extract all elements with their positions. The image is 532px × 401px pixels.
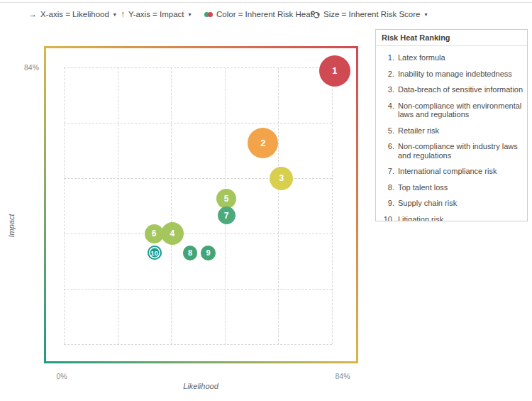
xaxis-dropdown[interactable]: → X-axis = Likelihood ▾	[28, 8, 116, 21]
ranking-item-7[interactable]: 7.International compliance risk	[376, 167, 524, 176]
color-dropdown[interactable]: Color = Inherent Risk Heat ▾	[204, 8, 320, 21]
ranking-item-number: 1.	[376, 53, 394, 62]
ranking-item-number: 2.	[376, 70, 394, 79]
color-dropdown-label: Color = Inherent Risk Heat	[216, 10, 313, 18]
ranking-item-5[interactable]: 5.Retailer risk	[376, 126, 524, 136]
gridline	[278, 67, 279, 344]
bubble-9[interactable]: 9	[201, 246, 216, 260]
gridline	[332, 67, 333, 344]
bubble-1[interactable]: 1	[319, 55, 350, 87]
ranking-item-9[interactable]: 9.Supply chain risk	[376, 199, 524, 208]
x-axis-tick-0: 0%	[51, 372, 72, 380]
ranking-item-label: Retailer risk	[398, 126, 439, 136]
panel-title: Risk Heat Ranking	[376, 30, 527, 46]
ranking-item-label: Non-compliance with environmental laws a…	[398, 101, 524, 119]
size-dropdown[interactable]: Size = Inherent Risk Score ▾	[310, 8, 427, 21]
chart-frame	[44, 46, 358, 363]
ranking-item-number: 4.	[376, 101, 394, 119]
y-axis-tick-84: 84%	[18, 63, 39, 72]
gridline	[171, 67, 172, 344]
color-dots-icon	[204, 12, 213, 17]
risk-ranking-list: 1.Latex formula2.Inability to manage ind…	[376, 46, 527, 221]
ranking-item-number: 8.	[376, 183, 394, 192]
x-axis-tick-84: 84%	[332, 372, 353, 380]
chevron-down-icon: ▾	[189, 11, 192, 18]
gridline	[64, 344, 332, 345]
ranking-item-4[interactable]: 4.Non-compliance with environmental laws…	[376, 101, 524, 119]
ranking-item-label: Inability to manage indebtedness	[398, 70, 512, 79]
bubble-8[interactable]: 8	[183, 246, 198, 260]
x-axis-title: Likelihood	[130, 382, 272, 390]
gridline	[64, 67, 332, 68]
gridline	[64, 123, 332, 123]
ranking-item-label: International compliance risk	[398, 167, 497, 176]
top-divider	[0, 2, 532, 3]
bubble-10[interactable]: 10	[148, 246, 162, 260]
ranking-item-number: 7.	[376, 167, 394, 176]
ranking-item-6[interactable]: 6.Non-compliance with industry laws and …	[376, 142, 524, 160]
ranking-item-1[interactable]: 1.Latex formula	[376, 53, 524, 62]
gridline	[64, 234, 332, 234]
ranking-item-label: Data-breach of sensitive information	[398, 85, 523, 94]
ranking-item-label: Litigation risk	[398, 215, 443, 222]
yaxis-dropdown-label: Y-axis = Impact	[128, 10, 184, 18]
bubble-5[interactable]: 5	[216, 189, 236, 209]
xaxis-dropdown-label: X-axis = Likelihood	[40, 10, 109, 18]
gridline	[64, 289, 332, 290]
risk-heatmap-app: → X-axis = Likelihood ▾ ↑ Y-axis = Impac…	[0, 0, 532, 401]
ranking-item-3[interactable]: 3.Data-breach of sensitive information	[376, 85, 524, 94]
size-dropdown-label: Size = Inherent Risk Score	[323, 10, 420, 18]
size-circles-icon	[310, 10, 320, 19]
ranking-item-label: Latex formula	[398, 53, 445, 62]
gridline	[64, 67, 65, 344]
ranking-item-number: 3.	[376, 85, 394, 94]
ranking-item-number: 9.	[376, 199, 394, 208]
ranking-item-10[interactable]: 10.Litigation risk	[376, 215, 524, 222]
ranking-item-number: 10.	[376, 215, 394, 222]
ranking-item-2[interactable]: 2.Inability to manage indebtedness	[376, 70, 524, 79]
arrow-right-icon: →	[28, 10, 37, 18]
ranking-item-label: Top talent loss	[398, 183, 448, 192]
ranking-item-8[interactable]: 8.Top talent loss	[376, 183, 524, 192]
y-axis-title: Impact	[7, 214, 16, 237]
gridline	[118, 67, 118, 344]
ranking-item-label: Non-compliance with industry laws and re…	[398, 142, 524, 160]
ranking-item-number: 6.	[376, 142, 394, 160]
chevron-down-icon: ▾	[424, 11, 427, 18]
ranking-item-number: 5.	[376, 126, 394, 136]
yaxis-dropdown[interactable]: ↑ Y-axis = Impact ▾	[121, 8, 192, 21]
bubble-7[interactable]: 7	[218, 207, 235, 224]
arrow-up-icon: ↑	[121, 10, 125, 18]
risk-heat-ranking-panel: Risk Heat Ranking 1.Latex formula2.Inabi…	[375, 29, 528, 221]
chevron-down-icon: ▾	[113, 11, 116, 18]
ranking-item-label: Supply chain risk	[398, 199, 457, 208]
